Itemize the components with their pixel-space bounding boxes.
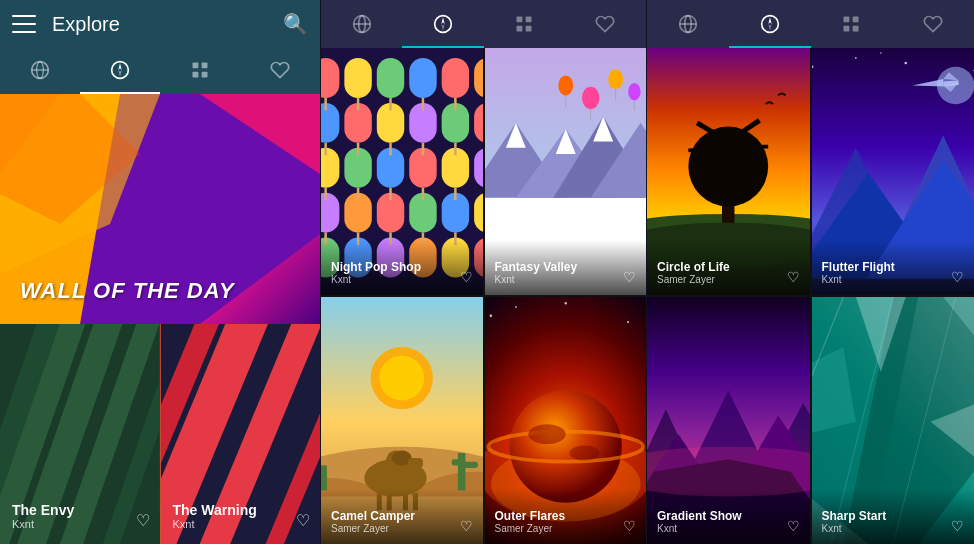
svg-rect-6 bbox=[193, 63, 199, 69]
svg-line-163 bbox=[728, 147, 768, 148]
right-tab-compass[interactable] bbox=[729, 0, 811, 48]
flutter-flight-heart[interactable]: ♡ bbox=[951, 269, 964, 285]
svg-point-106 bbox=[628, 83, 640, 100]
svg-point-134 bbox=[627, 321, 629, 323]
hamburger-menu-icon[interactable] bbox=[12, 15, 36, 33]
svg-rect-152 bbox=[844, 26, 850, 32]
middle-panel: Night Pop Shop Kxnt ♡ bbox=[320, 0, 647, 544]
svg-rect-83 bbox=[422, 188, 424, 200]
fantasy-valley-info: Fantasy Valley Kxnt ♡ bbox=[485, 240, 647, 295]
card-the-warning[interactable]: The Warning Kxnt ♡ bbox=[160, 324, 321, 544]
svg-point-131 bbox=[489, 314, 491, 316]
outer-flares-info: Outer Flares Samer Zayer ♡ bbox=[485, 489, 647, 544]
svg-rect-35 bbox=[517, 26, 523, 32]
svg-rect-120 bbox=[408, 458, 423, 468]
right-tab-heart[interactable] bbox=[892, 0, 974, 48]
fantasy-valley-heart[interactable]: ♡ bbox=[623, 269, 636, 285]
svg-rect-127 bbox=[464, 462, 478, 468]
sharp-start-heart[interactable]: ♡ bbox=[951, 518, 964, 534]
svg-rect-82 bbox=[389, 188, 391, 200]
card-outer-flares[interactable]: Outer Flares Samer Zayer ♡ bbox=[485, 297, 647, 544]
svg-rect-77 bbox=[422, 143, 424, 155]
card-gradient-show[interactable]: Gradient Show Kxnt ♡ bbox=[647, 297, 810, 544]
outer-flares-heart[interactable]: ♡ bbox=[623, 518, 636, 534]
middle-tab-compass[interactable] bbox=[402, 0, 483, 48]
left-tab-compass[interactable] bbox=[80, 48, 160, 92]
svg-rect-153 bbox=[853, 26, 859, 32]
camel-camper-info: Camel Camper Samer Zayer ♡ bbox=[321, 489, 483, 544]
card-flutter-flight[interactable]: Flutter Flight Kxnt ♡ bbox=[812, 48, 975, 295]
sharp-start-info: Sharp Start Kxnt ♡ bbox=[812, 489, 975, 544]
card-the-warning-heart[interactable]: ♡ bbox=[296, 511, 310, 530]
left-tab-gallery[interactable] bbox=[160, 48, 240, 92]
sharp-start-title: Sharp Start bbox=[822, 509, 887, 523]
wall-of-day[interactable]: WALL OF THE DAY bbox=[0, 94, 320, 324]
svg-point-177 bbox=[854, 57, 856, 59]
middle-tab-globe[interactable] bbox=[321, 0, 402, 48]
svg-rect-44 bbox=[321, 103, 339, 143]
svg-rect-71 bbox=[422, 98, 424, 110]
card-the-envy-heart[interactable]: ♡ bbox=[136, 511, 150, 530]
sharp-start-author: Kxnt bbox=[822, 523, 887, 534]
svg-marker-5 bbox=[118, 70, 121, 77]
svg-rect-76 bbox=[389, 143, 391, 155]
svg-rect-78 bbox=[454, 143, 456, 155]
gradient-show-heart[interactable]: ♡ bbox=[787, 518, 800, 534]
circle-of-life-author: Samer Zayer bbox=[657, 274, 730, 285]
svg-marker-4 bbox=[118, 63, 121, 70]
right-tab-gallery[interactable] bbox=[811, 0, 893, 48]
middle-tab-gallery[interactable] bbox=[484, 0, 565, 48]
svg-point-178 bbox=[904, 62, 906, 64]
flutter-flight-author: Kxnt bbox=[822, 274, 895, 285]
svg-rect-72 bbox=[454, 98, 456, 110]
svg-rect-38 bbox=[321, 58, 339, 98]
svg-rect-42 bbox=[442, 58, 469, 98]
left-tab-heart[interactable] bbox=[240, 48, 320, 92]
page-title: Explore bbox=[52, 13, 283, 36]
outer-flares-author: Samer Zayer bbox=[495, 523, 566, 534]
svg-rect-150 bbox=[844, 17, 850, 23]
left-header: Explore 🔍 bbox=[0, 0, 320, 48]
camel-camper-heart[interactable]: ♡ bbox=[460, 518, 473, 534]
card-night-pop-shop[interactable]: Night Pop Shop Kxnt ♡ bbox=[321, 48, 483, 295]
svg-point-133 bbox=[564, 302, 566, 304]
right-tab-globe[interactable] bbox=[647, 0, 729, 48]
card-sharp-start[interactable]: Sharp Start Kxnt ♡ bbox=[812, 297, 975, 544]
svg-point-132 bbox=[514, 306, 516, 308]
left-panel: Explore 🔍 bbox=[0, 0, 320, 544]
svg-rect-33 bbox=[517, 17, 523, 23]
night-pop-shop-info: Night Pop Shop Kxnt ♡ bbox=[321, 240, 483, 295]
svg-rect-34 bbox=[526, 17, 532, 23]
search-icon[interactable]: 🔍 bbox=[283, 12, 308, 36]
card-fantasy-valley[interactable]: Fantasy Valley Kxnt ♡ bbox=[485, 48, 647, 295]
svg-marker-149 bbox=[768, 24, 771, 31]
card-the-envy[interactable]: The Envy Kxnt ♡ bbox=[0, 324, 160, 544]
middle-tab-heart[interactable] bbox=[565, 0, 646, 48]
circle-of-life-heart[interactable]: ♡ bbox=[787, 269, 800, 285]
flutter-flight-info: Flutter Flight Kxnt ♡ bbox=[812, 240, 975, 295]
wall-of-day-label: WALL OF THE DAY bbox=[20, 278, 235, 304]
card-the-envy-title: The Envy bbox=[12, 502, 120, 518]
svg-rect-128 bbox=[321, 465, 327, 490]
flutter-flight-title: Flutter Flight bbox=[822, 260, 895, 274]
svg-rect-80 bbox=[324, 188, 326, 200]
night-pop-shop-heart[interactable]: ♡ bbox=[460, 269, 473, 285]
card-circle-of-life[interactable]: Circle of Life Samer Zayer ♡ bbox=[647, 48, 810, 295]
bottom-row: The Envy Kxnt ♡ The Warning Kxnt ♡ bbox=[0, 324, 320, 544]
card-the-warning-label: The Warning Kxnt bbox=[173, 502, 281, 530]
gradient-show-author: Kxnt bbox=[657, 523, 742, 534]
gradient-show-title: Gradient Show bbox=[657, 509, 742, 523]
night-pop-shop-author: Kxnt bbox=[331, 274, 421, 285]
card-camel-camper[interactable]: Camel Camper Samer Zayer ♡ bbox=[321, 297, 483, 544]
fantasy-valley-title: Fantasy Valley bbox=[495, 260, 578, 274]
card-the-warning-title: The Warning bbox=[173, 502, 281, 518]
svg-line-162 bbox=[688, 148, 728, 150]
svg-rect-36 bbox=[526, 26, 532, 32]
night-pop-shop-title: Night Pop Shop bbox=[331, 260, 421, 274]
svg-rect-39 bbox=[344, 58, 371, 98]
svg-marker-148 bbox=[768, 17, 771, 24]
left-tab-globe[interactable] bbox=[0, 48, 80, 92]
card-the-envy-author: Kxnt bbox=[12, 518, 120, 530]
svg-rect-84 bbox=[454, 188, 456, 200]
svg-marker-32 bbox=[441, 24, 444, 31]
